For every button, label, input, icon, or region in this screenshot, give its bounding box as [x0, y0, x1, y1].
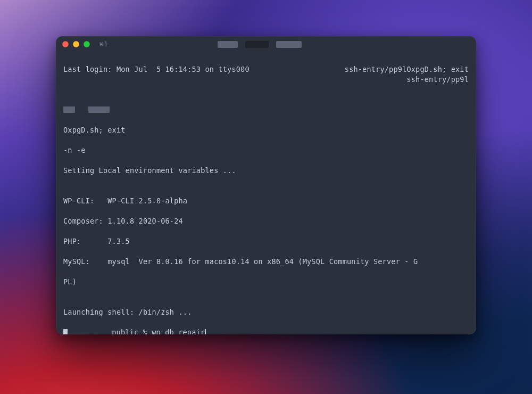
prompt-symbol: % [143, 328, 147, 334]
close-button[interactable] [62, 41, 69, 47]
tab-indicator: ⌘1 [99, 40, 108, 48]
title-redaction [276, 41, 302, 48]
terminal-text: ssh-entry/pp9lOxpgD.sh; exit [345, 64, 469, 75]
cursor-block-icon [63, 329, 68, 334]
terminal-window[interactable]: ⌘1 Last login: Mon Jul 5 16:14:53 on tty… [56, 36, 476, 334]
terminal-line: MySQL: mysql Ver 8.0.16 for macos10.14 o… [63, 257, 469, 267]
text-cursor-icon [205, 329, 206, 334]
terminal-line: ssh-entry/pp9lOxpgD.sh; exit [63, 85, 469, 95]
title-redaction [218, 41, 238, 48]
terminal-text: ssh-entry/pp9l [406, 75, 469, 85]
terminal-line: WP-CLI: WP-CLI 2.5.0-alpha [63, 196, 469, 206]
terminal-line: PL) [63, 277, 469, 287]
terminal-line: Launching shell: /bin/zsh ... [63, 307, 469, 317]
title-redaction [245, 41, 269, 48]
zoom-button[interactable] [84, 41, 90, 47]
terminal-line: -n -e [63, 145, 469, 155]
window-titlebar[interactable]: ⌘1 [56, 36, 476, 52]
terminal-line: Setting Local environment variables ... [63, 166, 469, 176]
traffic-lights [62, 41, 90, 47]
terminal-content[interactable]: Last login: Mon Jul 5 16:14:53 on ttys00… [56, 52, 476, 334]
terminal-line: PHP: 7.3.5 [63, 236, 469, 247]
terminal-line: OxpgD.sh; exit [63, 125, 469, 135]
prompt-line[interactable]: public % wp db repair [63, 327, 469, 334]
command-input[interactable]: wp db repair [152, 328, 205, 334]
prompt-dir: public [112, 328, 138, 334]
minimize-button[interactable] [73, 41, 79, 47]
terminal-line: ssh-entry/pp9l [63, 105, 469, 115]
terminal-line: Composer: 1.10.8 2020-06-24 [63, 216, 469, 226]
